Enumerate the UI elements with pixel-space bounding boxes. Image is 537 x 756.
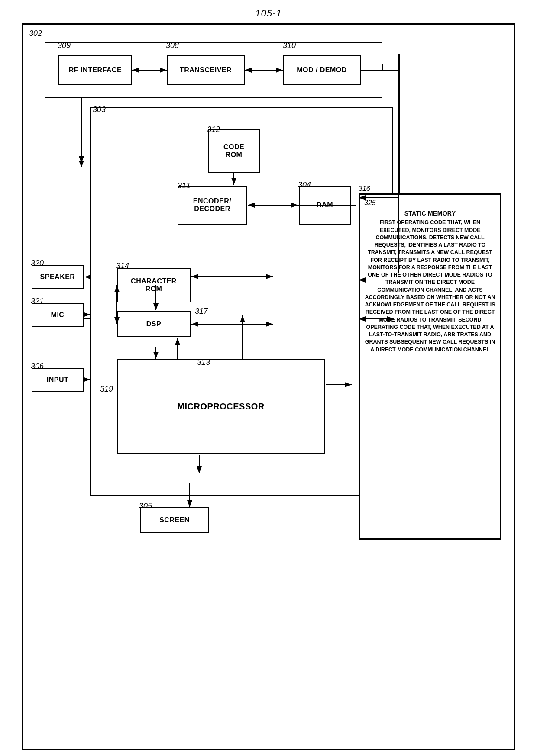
ref-309: 309	[58, 41, 71, 50]
character-rom-label: CHARACTER ROM	[131, 277, 177, 293]
ref-316: 316	[359, 185, 370, 193]
mic-box: MIC	[32, 303, 84, 327]
speaker-label: SPEAKER	[40, 273, 75, 281]
ram-label: RAM	[317, 201, 333, 209]
ref-302: 302	[29, 29, 42, 38]
ref-304: 304	[298, 180, 311, 190]
ref-320: 320	[31, 259, 44, 268]
ref-313: 313	[197, 358, 210, 367]
screen-box: SCREEN	[140, 507, 209, 533]
screen-label: SCREEN	[159, 516, 190, 524]
ram-box: RAM	[299, 186, 351, 225]
ref-319: 319	[100, 385, 113, 394]
mod-demod-box: MOD / DEMOD	[283, 55, 361, 85]
speaker-box: SPEAKER	[32, 265, 84, 289]
ref-305: 305	[139, 502, 152, 511]
code-rom-label: CODE ROM	[223, 143, 244, 159]
rf-interface-label: RF INTERFACE	[69, 66, 122, 74]
ref-311: 311	[178, 181, 191, 190]
rf-section: RF INTERFACE TRANSCEIVER MOD / DEMOD 309…	[45, 42, 382, 98]
ref-317: 317	[195, 307, 208, 316]
encoder-decoder-label: ENCODER/ DECODER	[193, 197, 231, 213]
transceiver-box: TRANSCEIVER	[167, 55, 245, 85]
mic-label: MIC	[51, 311, 65, 319]
code-rom-box: CODE ROM	[208, 129, 260, 173]
static-memory-box: 325 STATIC MEMORY FIRST OPERATING CODE T…	[359, 193, 501, 540]
dsp-box: DSP	[117, 311, 191, 337]
static-memory-text: FIRST OPERATING CODE THAT, WHEN EXECUTED…	[364, 219, 496, 354]
ref-303: 303	[93, 105, 106, 114]
encoder-decoder-box: ENCODER/ DECODER	[178, 186, 247, 225]
microprocessor-box: MICROPROCESSOR	[117, 359, 325, 454]
inner-section: 303 CODE ROM 312 ENCODER/ DECODER 311 RA…	[90, 107, 393, 496]
ref-310: 310	[283, 41, 296, 50]
figure-label: 105-1	[255, 8, 281, 19]
transceiver-label: TRANSCEIVER	[180, 66, 232, 74]
character-rom-box: CHARACTER ROM	[117, 268, 191, 302]
ref-325: 325	[364, 198, 496, 208]
input-label: INPUT	[47, 376, 69, 384]
rf-interface-box: RF INTERFACE	[58, 55, 132, 85]
microprocessor-label: MICROPROCESSOR	[177, 402, 264, 412]
outer-box: 302 RF INTERFACE TRANSCEIVER MOD / DEMOD…	[22, 23, 515, 750]
page-container: 105-1 302 RF INTERFACE TRANSCEIVER MOD /…	[0, 0, 537, 756]
ref-306: 306	[31, 362, 44, 371]
static-memory-title: STATIC MEMORY	[364, 209, 496, 218]
dsp-label: DSP	[146, 320, 161, 328]
ref-308: 308	[166, 41, 179, 50]
ref-314: 314	[116, 261, 129, 270]
input-box: INPUT	[32, 368, 84, 392]
mod-demod-label: MOD / DEMOD	[297, 66, 347, 74]
ref-321: 321	[31, 297, 44, 306]
ref-312: 312	[207, 125, 220, 134]
